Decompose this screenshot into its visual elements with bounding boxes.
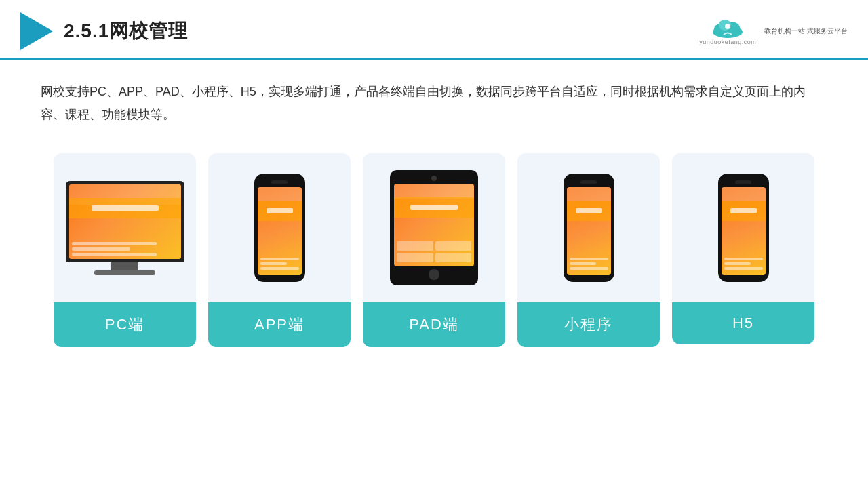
- card-pad-image: [363, 153, 505, 302]
- phone-mini-mockup: [564, 174, 614, 282]
- card-miniprogram: 小程序: [517, 153, 660, 347]
- page-title: 2.5.1网校管理: [64, 18, 188, 44]
- card-h5-image: [672, 153, 814, 302]
- card-app-image: [208, 153, 351, 302]
- pc-mockup: [66, 181, 184, 275]
- card-app-label: APP端: [208, 302, 351, 347]
- card-pad: PAD端: [363, 153, 505, 347]
- brand-logo: yunduoketang.com: [699, 17, 756, 45]
- phone-app-mockup: [254, 174, 305, 282]
- cloud-logo-icon: [710, 17, 745, 39]
- header-right: yunduoketang.com 教育机构一站 式服务云平台: [699, 17, 848, 45]
- card-pc: PC端: [54, 153, 196, 347]
- brand-tagline: 教育机构一站 式服务云平台: [764, 26, 848, 36]
- card-pc-image: [54, 153, 196, 302]
- header: 2.5.1网校管理 yunduoketang.com 教育机构一站 式服务云平台: [0, 0, 868, 60]
- card-app: APP端: [208, 153, 351, 347]
- svg-point-4: [725, 24, 730, 29]
- card-h5-label: H5: [672, 302, 814, 344]
- card-miniprogram-image: [517, 153, 660, 302]
- card-h5: H5: [672, 153, 814, 344]
- card-miniprogram-label: 小程序: [517, 302, 660, 347]
- brand-url: yunduoketang.com: [699, 39, 756, 45]
- card-pad-label: PAD端: [363, 302, 505, 347]
- header-left: 2.5.1网校管理: [20, 12, 188, 50]
- description-text: 网校支持PC、APP、PAD、小程序、H5，实现多端打通，产品各终端自由切换，数…: [0, 60, 868, 133]
- phone-h5-mockup: [718, 174, 769, 282]
- logo-triangle-icon: [20, 12, 53, 50]
- cards-container: PC端 APP端: [0, 133, 868, 367]
- tablet-mockup: [390, 170, 478, 285]
- card-pc-label: PC端: [54, 302, 196, 347]
